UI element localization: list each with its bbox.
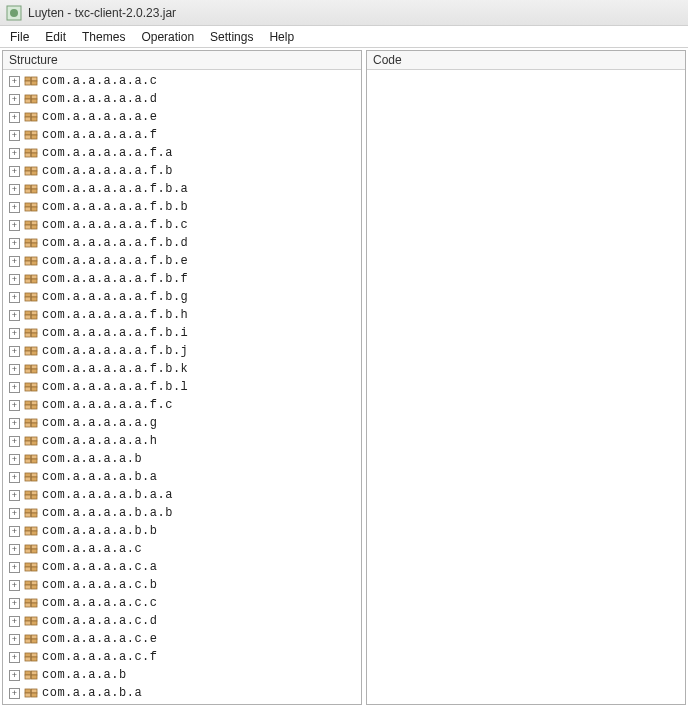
expand-icon[interactable]: + (9, 418, 20, 429)
expand-icon[interactable]: + (9, 490, 20, 501)
tree-row[interactable]: + com.a.a.a.a.a.c (3, 72, 361, 90)
expand-icon[interactable]: + (9, 310, 20, 321)
tree-row[interactable]: + com.a.a.a.a.b (3, 450, 361, 468)
menu-settings[interactable]: Settings (202, 28, 261, 46)
svg-rect-73 (32, 387, 38, 391)
tree-row[interactable]: + com.a.a.a.a.a.h (3, 432, 361, 450)
expand-icon[interactable]: + (9, 112, 20, 123)
tree-row[interactable]: + com.a.a.a.a.a.f.a (3, 144, 361, 162)
expand-icon[interactable]: + (9, 544, 20, 555)
tree-row[interactable]: + com.a.a.a.a.a.f.b.c (3, 216, 361, 234)
tree-row[interactable]: + com.a.a.a.a.a.g (3, 414, 361, 432)
expand-icon[interactable]: + (9, 256, 20, 267)
expand-icon[interactable]: + (9, 454, 20, 465)
expand-icon[interactable]: + (9, 634, 20, 645)
svg-rect-20 (25, 153, 31, 157)
package-icon (24, 362, 38, 376)
expand-icon[interactable]: + (9, 688, 20, 699)
tree-row[interactable]: + com.a.a.a.b.a (3, 684, 361, 702)
tree-row[interactable]: + com.a.a.a.a.a.f (3, 126, 361, 144)
svg-rect-39 (32, 239, 38, 243)
package-label: com.a.a.a.a.a.f.b.b (42, 200, 188, 214)
code-area[interactable] (367, 70, 685, 704)
tree-row[interactable]: + com.a.a.a.a.c.b (3, 576, 361, 594)
expand-icon[interactable]: + (9, 508, 20, 519)
expand-icon[interactable]: + (9, 472, 20, 483)
package-label: com.a.a.a.a.a.f.b.e (42, 254, 188, 268)
menu-themes[interactable]: Themes (74, 28, 133, 46)
tree-row[interactable]: + com.a.a.a.a.a.f.b.b (3, 198, 361, 216)
tree-row[interactable]: + com.a.a.a.a.a.e (3, 108, 361, 126)
expand-icon[interactable]: + (9, 238, 20, 249)
expand-icon[interactable]: + (9, 166, 20, 177)
structure-panel: Structure + com.a.a.a.a.a.c+ com.a.a.a.a… (2, 50, 362, 705)
tree-row[interactable]: + com.a.a.a.a.a.f.b.k (3, 360, 361, 378)
tree-row[interactable]: + com.a.a.a.a.b.b (3, 522, 361, 540)
expand-icon[interactable]: + (9, 436, 20, 447)
tree-row[interactable]: + com.a.a.a.a.c (3, 540, 361, 558)
expand-icon[interactable]: + (9, 202, 20, 213)
package-icon (24, 236, 38, 250)
tree-row[interactable]: + com.a.a.a.a.a.f.b.f (3, 270, 361, 288)
expand-icon[interactable]: + (9, 274, 20, 285)
menu-operation[interactable]: Operation (133, 28, 202, 46)
expand-icon[interactable]: + (9, 562, 20, 573)
expand-icon[interactable]: + (9, 526, 20, 537)
expand-icon[interactable]: + (9, 76, 20, 87)
package-label: com.a.a.a.a.a.f.b.k (42, 362, 188, 376)
tree-row[interactable]: + com.a.a.a.a.a.f.b.e (3, 252, 361, 270)
tree-row[interactable]: + com.a.a.a.a.b.a.b (3, 504, 361, 522)
tree-row[interactable]: + com.a.a.a.a.a.f.b.d (3, 234, 361, 252)
package-tree[interactable]: + com.a.a.a.a.a.c+ com.a.a.a.a.a.d+ com.… (3, 70, 361, 704)
svg-rect-128 (25, 639, 31, 643)
tree-row[interactable]: + com.a.a.a.b.a.a (3, 702, 361, 704)
expand-icon[interactable]: + (9, 130, 20, 141)
expand-icon[interactable]: + (9, 598, 20, 609)
svg-rect-68 (25, 369, 31, 373)
tree-row[interactable]: + com.a.a.a.a.c.e (3, 630, 361, 648)
expand-icon[interactable]: + (9, 94, 20, 105)
svg-rect-33 (32, 207, 38, 211)
menu-file[interactable]: File (2, 28, 37, 46)
tree-row[interactable]: + com.a.a.a.a.c.c (3, 594, 361, 612)
package-icon (24, 470, 38, 484)
menu-edit[interactable]: Edit (37, 28, 74, 46)
expand-icon[interactable]: + (9, 346, 20, 357)
tree-row[interactable]: + com.a.a.a.a.a.f.c (3, 396, 361, 414)
tree-row[interactable]: + com.a.a.a.a.c.a (3, 558, 361, 576)
expand-icon[interactable]: + (9, 184, 20, 195)
tree-row[interactable]: + com.a.a.a.a.c.d (3, 612, 361, 630)
svg-rect-110 (25, 563, 31, 567)
tree-row[interactable]: + com.a.a.a.a.a.d (3, 90, 361, 108)
expand-icon[interactable]: + (9, 580, 20, 591)
expand-icon[interactable]: + (9, 292, 20, 303)
expand-icon[interactable]: + (9, 652, 20, 663)
expand-icon[interactable]: + (9, 670, 20, 681)
package-label: com.a.a.a.a.b.a.b (42, 506, 173, 520)
svg-rect-41 (32, 243, 38, 247)
tree-row[interactable]: + com.a.a.a.a.a.f.b.l (3, 378, 361, 396)
expand-icon[interactable]: + (9, 220, 20, 231)
tree-row[interactable]: + com.a.a.a.b (3, 666, 361, 684)
expand-icon[interactable]: + (9, 400, 20, 411)
package-icon (24, 668, 38, 682)
svg-rect-133 (32, 657, 38, 661)
expand-icon[interactable]: + (9, 616, 20, 627)
svg-rect-47 (32, 275, 38, 279)
expand-icon[interactable]: + (9, 328, 20, 339)
svg-rect-63 (32, 347, 38, 351)
tree-row[interactable]: + com.a.a.a.a.a.f.b.g (3, 288, 361, 306)
menu-help[interactable]: Help (261, 28, 302, 46)
tree-row[interactable]: + com.a.a.a.a.a.f.b.a (3, 180, 361, 198)
tree-row[interactable]: + com.a.a.a.a.a.f.b.i (3, 324, 361, 342)
expand-icon[interactable]: + (9, 364, 20, 375)
tree-row[interactable]: + com.a.a.a.a.b.a.a (3, 486, 361, 504)
tree-row[interactable]: + com.a.a.a.a.c.f (3, 648, 361, 666)
tree-row[interactable]: + com.a.a.a.a.b.a (3, 468, 361, 486)
tree-row[interactable]: + com.a.a.a.a.a.f.b.h (3, 306, 361, 324)
svg-rect-91 (32, 473, 38, 477)
tree-row[interactable]: + com.a.a.a.a.a.f.b.j (3, 342, 361, 360)
expand-icon[interactable]: + (9, 148, 20, 159)
expand-icon[interactable]: + (9, 382, 20, 393)
tree-row[interactable]: + com.a.a.a.a.a.f.b (3, 162, 361, 180)
